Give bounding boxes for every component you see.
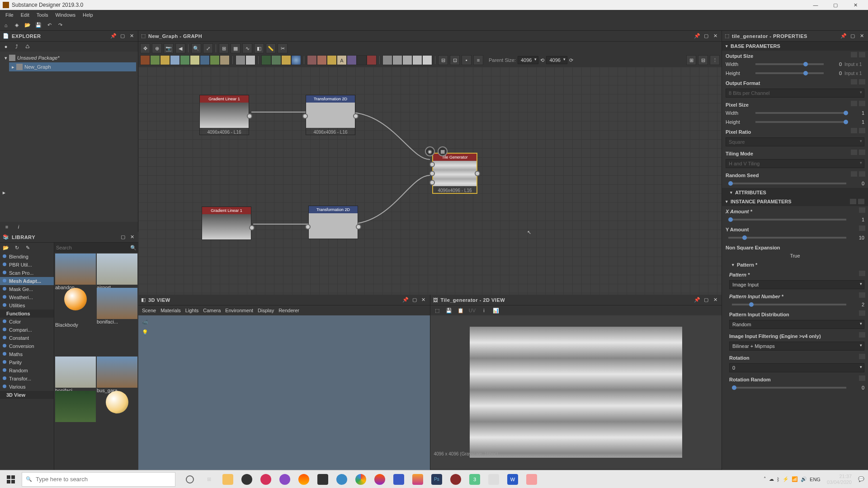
reset-icon[interactable] bbox=[859, 310, 865, 316]
menu-edit[interactable]: Edit bbox=[17, 11, 33, 19]
2d-tool-info[interactable]: i bbox=[480, 306, 488, 314]
gt-crop[interactable]: ✂ bbox=[278, 43, 288, 53]
search-icon[interactable]: 🔍 bbox=[130, 245, 137, 251]
search-input[interactable] bbox=[56, 245, 130, 250]
graph-close-icon[interactable]: ✕ bbox=[712, 33, 719, 40]
gt-camera[interactable]: 📷 bbox=[164, 43, 174, 53]
gt-link1[interactable]: ⊟ bbox=[438, 55, 448, 65]
swatch-8[interactable] bbox=[210, 55, 220, 65]
gt-opt2[interactable]: ⊟ bbox=[698, 55, 708, 65]
reset-icon[interactable] bbox=[859, 101, 865, 106]
gt-fit[interactable]: ⤢ bbox=[203, 43, 213, 53]
photoshop-app[interactable]: Ps bbox=[428, 470, 446, 488]
lib-cat-scan[interactable]: Scan Pro... bbox=[0, 269, 54, 277]
swatch-16[interactable] bbox=[307, 55, 317, 65]
input-port[interactable] bbox=[302, 113, 308, 119]
link-icon[interactable]: ⟲ bbox=[540, 57, 544, 63]
swatch-14[interactable] bbox=[281, 55, 291, 65]
input-port-3[interactable] bbox=[429, 180, 435, 185]
lib-cat-3dview[interactable]: 3D View bbox=[0, 391, 54, 399]
gt-link4[interactable]: ≡ bbox=[473, 55, 483, 65]
reset-icon[interactable] bbox=[859, 79, 865, 84]
swatch-15[interactable] bbox=[291, 55, 301, 65]
lib-cat-various[interactable]: Various bbox=[0, 383, 54, 391]
reset-icon[interactable] bbox=[859, 271, 865, 276]
input-port-1[interactable] bbox=[429, 162, 435, 167]
reset-icon[interactable] bbox=[859, 207, 865, 213]
tray-cloud-icon[interactable]: ☁ bbox=[769, 476, 774, 482]
reset-icon[interactable] bbox=[859, 52, 865, 57]
3d-menu-renderer[interactable]: Renderer bbox=[278, 308, 299, 313]
parent-size-w[interactable]: 4096 bbox=[518, 56, 538, 64]
pin-slider[interactable] bbox=[732, 304, 846, 305]
gt-zoom[interactable]: 🔍 bbox=[191, 43, 201, 53]
app-12[interactable] bbox=[447, 470, 465, 488]
gt-grid[interactable]: ▦ bbox=[231, 43, 241, 53]
lib-cat-conversion[interactable]: Conversion bbox=[0, 342, 54, 350]
2d-tool-histogram[interactable]: 📊 bbox=[492, 306, 500, 314]
tray-wifi-icon[interactable]: 📶 bbox=[792, 476, 798, 482]
swatch-21[interactable] bbox=[357, 55, 367, 65]
explorer-app[interactable] bbox=[219, 470, 237, 488]
badge-pbr[interactable]: ◉ bbox=[425, 146, 435, 156]
list-icon[interactable] bbox=[858, 199, 864, 204]
iif-dropdown[interactable]: Bilinear + Mipmaps bbox=[729, 342, 864, 351]
reset-icon[interactable] bbox=[859, 150, 865, 155]
tray-lang[interactable]: ENG bbox=[810, 477, 821, 482]
reset-icon[interactable] bbox=[859, 332, 865, 338]
lib-cat-weathering[interactable]: Weatheri... bbox=[0, 293, 54, 301]
3d-light-icon[interactable]: 💡 bbox=[141, 328, 149, 336]
gt-eraser[interactable]: ◧ bbox=[254, 43, 264, 53]
pin-icon[interactable]: 📌 bbox=[110, 33, 117, 40]
explorer-footer-1[interactable]: ≡ bbox=[3, 223, 11, 231]
swatch-24[interactable] bbox=[392, 55, 402, 65]
app-16[interactable] bbox=[523, 470, 541, 488]
3d-menu-materials[interactable]: Materials bbox=[160, 308, 181, 313]
open-icon[interactable]: 📂 bbox=[24, 21, 32, 29]
props-pin-icon[interactable]: 📌 bbox=[840, 33, 847, 40]
lib-maximize-icon[interactable]: ▢ bbox=[119, 234, 127, 241]
tray-vol-icon[interactable]: 🔊 bbox=[801, 476, 807, 482]
pixel-ratio-dropdown[interactable]: Square bbox=[726, 137, 864, 146]
gt-link2[interactable]: ⊡ bbox=[450, 55, 460, 65]
firefox-app[interactable] bbox=[371, 470, 389, 488]
swatch-20[interactable] bbox=[347, 55, 357, 65]
output-port[interactable] bbox=[247, 113, 252, 119]
chrome-app[interactable] bbox=[352, 470, 370, 488]
thumb-blackbody[interactable] bbox=[64, 288, 87, 310]
lib-tool-1[interactable]: 📂 bbox=[2, 244, 10, 252]
close-button[interactable]: ✕ bbox=[845, 0, 865, 10]
thumb-abandon[interactable] bbox=[55, 253, 96, 285]
tray-sec-icon[interactable]: ⚡ bbox=[783, 476, 789, 482]
3d-max-icon[interactable]: ▢ bbox=[411, 296, 418, 304]
gt-link3[interactable]: ▪ bbox=[462, 55, 472, 65]
expand-icon[interactable]: ▾ bbox=[4, 55, 8, 61]
2d-pin-icon[interactable]: 📌 bbox=[693, 296, 701, 304]
section-pattern[interactable]: Pattern * bbox=[722, 260, 868, 269]
gt-curve[interactable]: ∿ bbox=[242, 43, 252, 53]
rr-slider[interactable] bbox=[732, 387, 846, 389]
reset-icon[interactable] bbox=[859, 225, 865, 231]
search-input[interactable] bbox=[36, 476, 171, 483]
swatch-12[interactable] bbox=[261, 55, 271, 65]
minimize-button[interactable]: — bbox=[806, 0, 826, 10]
lib-tool-2[interactable]: ↻ bbox=[13, 244, 21, 252]
3d-camera-icon[interactable]: 📹 bbox=[141, 318, 149, 326]
gt-opt1[interactable]: ⊞ bbox=[686, 55, 696, 65]
graph-canvas[interactable]: Gradient Linear 1 4096x4096 - L16 Transf… bbox=[138, 67, 722, 295]
swatch-18[interactable] bbox=[327, 55, 337, 65]
3d-close-icon[interactable]: ✕ bbox=[420, 296, 427, 304]
input-port-2[interactable] bbox=[429, 171, 435, 176]
inherit-icon[interactable] bbox=[851, 79, 857, 84]
swatch-5[interactable] bbox=[180, 55, 190, 65]
node-transformation-2d-2[interactable]: Transformation 2D bbox=[308, 206, 358, 239]
swatch-27[interactable] bbox=[422, 55, 432, 65]
swatch-25[interactable] bbox=[402, 55, 412, 65]
lib-cat-random[interactable]: Random bbox=[0, 366, 54, 375]
thumb-busgara[interactable] bbox=[97, 357, 137, 388]
graph-max-icon[interactable]: ▢ bbox=[703, 33, 710, 40]
menu-tools[interactable]: Tools bbox=[33, 11, 52, 19]
3d-menu-scene[interactable]: Scene bbox=[142, 308, 156, 313]
thumb-bonifaci1[interactable] bbox=[97, 288, 137, 319]
reset-icon[interactable] bbox=[859, 292, 865, 298]
